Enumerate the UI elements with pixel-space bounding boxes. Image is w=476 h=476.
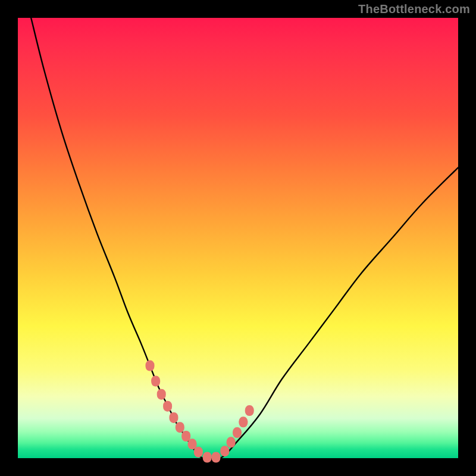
highlight-marker xyxy=(203,452,212,463)
bottleneck-curve xyxy=(31,18,458,460)
highlight-marker xyxy=(239,416,248,427)
highlight-marker xyxy=(227,437,236,447)
chart-svg xyxy=(18,18,458,458)
highlight-marker xyxy=(233,427,242,438)
highlight-marker xyxy=(220,446,229,456)
highlight-marker xyxy=(245,405,254,416)
gradient-plot-area xyxy=(18,18,458,458)
highlight-marker xyxy=(146,361,155,371)
outer-frame: TheBottleneck.com xyxy=(0,0,476,476)
highlight-marker xyxy=(169,412,178,423)
highlight-markers xyxy=(146,361,254,463)
highlight-marker xyxy=(151,376,160,387)
highlight-marker xyxy=(157,389,166,400)
highlight-marker xyxy=(212,452,221,463)
highlight-marker xyxy=(176,422,184,433)
highlight-marker xyxy=(163,401,172,412)
watermark-text: TheBottleneck.com xyxy=(358,2,470,16)
highlight-marker xyxy=(194,447,203,458)
